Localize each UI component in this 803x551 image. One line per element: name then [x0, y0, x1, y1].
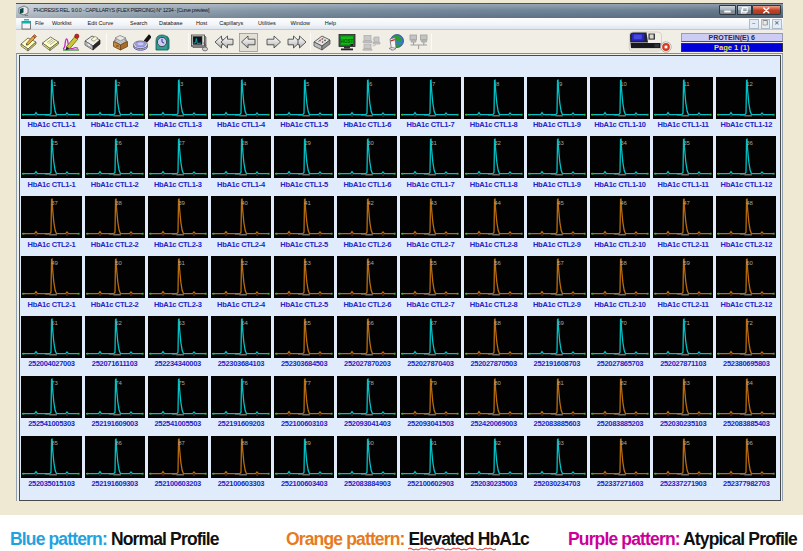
svg-text:95: 95 [683, 439, 690, 445]
svg-text:94: 94 [620, 439, 627, 445]
svg-text:85: 85 [52, 439, 59, 445]
svg-text:39: 39 [178, 200, 185, 206]
svg-text:32: 32 [494, 140, 501, 146]
svg-text:89: 89 [304, 439, 311, 445]
svg-text:91: 91 [431, 439, 438, 445]
svg-text:58: 58 [620, 260, 627, 266]
svg-text:34: 34 [620, 140, 627, 146]
svg-text:62: 62 [115, 320, 122, 326]
svg-text:66: 66 [367, 320, 374, 326]
svg-text:37: 37 [52, 200, 59, 206]
svg-text:2: 2 [116, 80, 120, 86]
svg-text:61: 61 [52, 320, 59, 326]
svg-text:68: 68 [494, 320, 501, 326]
svg-text:51: 51 [178, 260, 185, 266]
svg-text:55: 55 [431, 260, 438, 266]
svg-text:53: 53 [304, 260, 311, 266]
svg-text:84: 84 [746, 379, 753, 385]
svg-text:93: 93 [557, 439, 564, 445]
svg-text:72: 72 [746, 320, 753, 326]
svg-text:50: 50 [115, 260, 122, 266]
svg-text:40: 40 [241, 200, 248, 206]
svg-text:79: 79 [431, 379, 438, 385]
svg-text:74: 74 [115, 379, 122, 385]
svg-text:36: 36 [746, 140, 753, 146]
svg-text:11: 11 [683, 80, 690, 86]
svg-text:71: 71 [683, 320, 690, 326]
svg-text:64: 64 [241, 320, 248, 326]
svg-text:83: 83 [683, 379, 690, 385]
svg-text:60: 60 [746, 260, 753, 266]
svg-text:87: 87 [178, 439, 185, 445]
svg-text:69: 69 [557, 320, 564, 326]
svg-text:57: 57 [557, 260, 564, 266]
svg-text:9: 9 [559, 80, 563, 86]
svg-text:10: 10 [620, 80, 627, 86]
svg-text:45: 45 [557, 200, 564, 206]
svg-text:88: 88 [241, 439, 248, 445]
svg-text:31: 31 [431, 140, 438, 146]
svg-text:70: 70 [620, 320, 627, 326]
svg-text:7: 7 [432, 80, 436, 86]
svg-text:65: 65 [304, 320, 311, 326]
svg-text:73: 73 [52, 379, 59, 385]
svg-text:48: 48 [746, 200, 753, 206]
svg-text:77: 77 [304, 379, 311, 385]
svg-text:12: 12 [746, 80, 753, 86]
svg-text:78: 78 [367, 379, 374, 385]
svg-text:63: 63 [178, 320, 185, 326]
svg-text:49: 49 [52, 260, 59, 266]
svg-text:47: 47 [683, 200, 690, 206]
svg-text:46: 46 [620, 200, 627, 206]
svg-text:59: 59 [683, 260, 690, 266]
svg-text:29: 29 [304, 140, 311, 146]
svg-text:25: 25 [52, 140, 59, 146]
svg-text:1: 1 [53, 80, 57, 86]
svg-text:4: 4 [243, 80, 247, 86]
svg-text:44: 44 [494, 200, 501, 206]
svg-text:5: 5 [306, 80, 310, 86]
svg-text:90: 90 [367, 439, 374, 445]
svg-text:26: 26 [115, 140, 122, 146]
svg-text:76: 76 [241, 379, 248, 385]
svg-text:43: 43 [431, 200, 438, 206]
svg-text:38: 38 [115, 200, 122, 206]
svg-text:6: 6 [369, 80, 373, 86]
svg-text:56: 56 [494, 260, 501, 266]
svg-text:41: 41 [304, 200, 311, 206]
svg-text:54: 54 [367, 260, 374, 266]
svg-text:52: 52 [241, 260, 248, 266]
svg-text:75: 75 [178, 379, 185, 385]
svg-text:86: 86 [115, 439, 122, 445]
svg-text:82: 82 [620, 379, 627, 385]
svg-text:HOST: HOST [341, 39, 354, 44]
svg-text:27: 27 [178, 140, 185, 146]
svg-text:33: 33 [557, 140, 564, 146]
svg-text:3: 3 [180, 80, 184, 86]
svg-text:28: 28 [241, 140, 248, 146]
svg-text:42: 42 [367, 200, 374, 206]
svg-text:8: 8 [495, 80, 499, 86]
svg-text:67: 67 [431, 320, 438, 326]
svg-text:35: 35 [683, 140, 690, 146]
svg-text:92: 92 [494, 439, 501, 445]
svg-text:81: 81 [557, 379, 564, 385]
svg-text:80: 80 [494, 379, 501, 385]
svg-text:30: 30 [367, 140, 374, 146]
svg-text:96: 96 [746, 439, 753, 445]
